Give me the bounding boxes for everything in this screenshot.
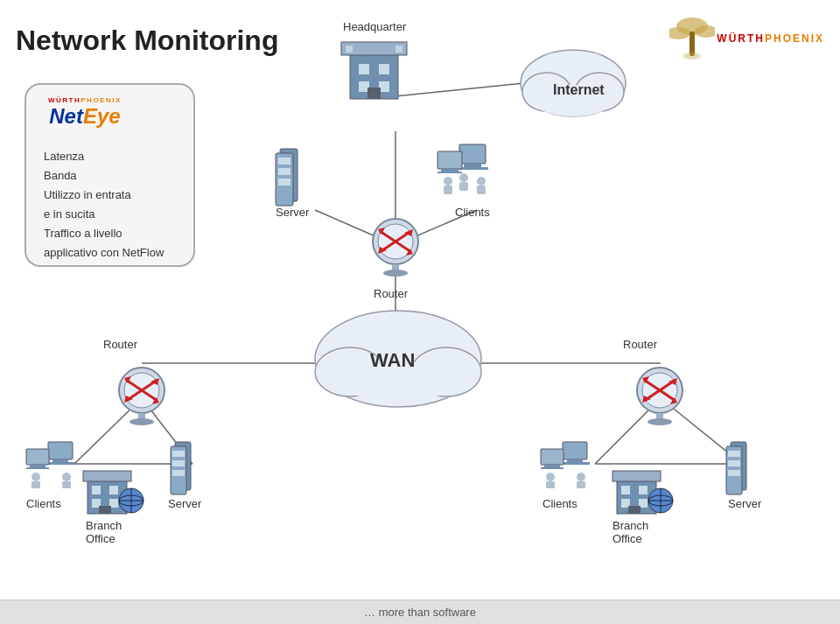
clients-left-label: Clients xyxy=(26,497,61,510)
feature-1: Latenza xyxy=(44,147,164,166)
svg-marker-79 xyxy=(670,397,677,404)
svg-rect-21 xyxy=(379,64,389,74)
svg-rect-98 xyxy=(172,470,185,476)
svg-marker-68 xyxy=(124,376,131,383)
svg-line-12 xyxy=(74,398,142,464)
svg-rect-86 xyxy=(46,462,75,465)
svg-rect-117 xyxy=(546,481,555,488)
svg-rect-89 xyxy=(26,467,49,469)
svg-rect-131 xyxy=(628,506,640,514)
svg-point-73 xyxy=(130,418,154,425)
branch-right-label-1: Branch xyxy=(612,519,648,532)
svg-rect-42 xyxy=(438,172,462,173)
svg-point-118 xyxy=(577,473,585,481)
svg-rect-36 xyxy=(278,179,290,186)
svg-point-107 xyxy=(119,495,144,506)
svg-line-67 xyxy=(126,380,158,401)
svg-marker-56 xyxy=(378,247,387,254)
svg-rect-19 xyxy=(341,42,407,55)
svg-point-92 xyxy=(62,473,71,481)
svg-line-9 xyxy=(396,79,567,96)
svg-line-51 xyxy=(380,231,411,252)
svg-rect-101 xyxy=(92,486,101,494)
svg-point-133 xyxy=(648,495,673,506)
bottom-bar: … more than software xyxy=(0,599,840,624)
svg-rect-84 xyxy=(48,442,73,459)
svg-rect-104 xyxy=(109,499,118,508)
svg-rect-82 xyxy=(656,413,663,422)
svg-rect-44 xyxy=(444,186,452,194)
svg-rect-128 xyxy=(639,486,648,494)
svg-rect-23 xyxy=(379,81,389,92)
svg-rect-121 xyxy=(726,446,742,494)
svg-marker-54 xyxy=(406,249,413,256)
svg-marker-69 xyxy=(152,397,159,404)
svg-point-62 xyxy=(332,361,464,400)
svg-rect-99 xyxy=(88,477,127,514)
svg-rect-40 xyxy=(438,151,462,169)
svg-rect-38 xyxy=(464,164,481,167)
svg-rect-26 xyxy=(396,46,402,53)
svg-rect-113 xyxy=(541,449,564,465)
svg-line-76 xyxy=(644,380,676,401)
svg-point-74 xyxy=(637,368,682,413)
svg-marker-53 xyxy=(378,228,385,235)
svg-point-60 xyxy=(315,347,385,396)
svg-line-16 xyxy=(661,398,742,464)
svg-point-65 xyxy=(124,373,159,408)
svg-rect-39 xyxy=(457,167,488,170)
svg-marker-70 xyxy=(150,378,159,385)
svg-point-116 xyxy=(546,473,555,481)
svg-marker-81 xyxy=(642,396,651,403)
svg-rect-94 xyxy=(175,442,191,490)
svg-rect-22 xyxy=(359,81,369,92)
svg-rect-48 xyxy=(459,182,468,191)
svg-rect-126 xyxy=(612,471,661,481)
wurth-label: WÜRTHPHOENIX xyxy=(717,32,824,45)
svg-rect-100 xyxy=(83,471,131,481)
svg-point-43 xyxy=(444,177,452,186)
svg-rect-129 xyxy=(621,499,630,508)
feature-2: Banda xyxy=(44,166,164,186)
svg-point-27 xyxy=(521,50,626,116)
neteye-logo: WÜRTHPHOENIX NetEye xyxy=(48,96,122,129)
server-right-label: Server xyxy=(728,497,762,510)
svg-rect-93 xyxy=(62,481,71,488)
svg-rect-85 xyxy=(52,459,68,462)
svg-point-30 xyxy=(534,85,612,116)
svg-line-13 xyxy=(142,398,192,464)
svg-rect-24 xyxy=(368,88,381,99)
svg-line-15 xyxy=(595,398,661,464)
svg-rect-34 xyxy=(278,158,290,165)
svg-rect-97 xyxy=(172,460,185,466)
svg-rect-124 xyxy=(728,470,740,476)
svg-rect-3 xyxy=(690,32,695,56)
svg-point-64 xyxy=(119,368,164,413)
svg-rect-18 xyxy=(350,51,398,99)
svg-point-29 xyxy=(575,73,624,111)
svg-line-6 xyxy=(396,210,477,245)
feature-3: Utilizzo in entrata xyxy=(44,186,164,205)
router-hq-label: Router xyxy=(374,287,409,300)
feature-4: e in sucita xyxy=(44,205,164,224)
svg-line-52 xyxy=(380,231,411,252)
svg-rect-122 xyxy=(728,451,740,457)
svg-rect-130 xyxy=(639,499,648,508)
svg-point-49 xyxy=(373,219,418,264)
svg-rect-37 xyxy=(459,144,486,164)
svg-point-59 xyxy=(315,311,481,407)
page-title: Network Monitoring xyxy=(16,25,278,57)
svg-rect-111 xyxy=(567,459,583,462)
branch-left-label-1: Branch xyxy=(86,519,122,532)
palm-tree-icon xyxy=(669,16,715,61)
svg-rect-105 xyxy=(99,506,111,514)
svg-rect-41 xyxy=(441,169,458,172)
svg-rect-20 xyxy=(359,64,369,74)
svg-point-132 xyxy=(648,488,673,513)
svg-rect-72 xyxy=(138,413,145,422)
branch-left-label-2: Office xyxy=(86,532,116,545)
svg-rect-88 xyxy=(30,465,46,467)
svg-point-47 xyxy=(459,173,468,182)
svg-line-77 xyxy=(644,380,676,401)
svg-rect-57 xyxy=(392,264,399,273)
